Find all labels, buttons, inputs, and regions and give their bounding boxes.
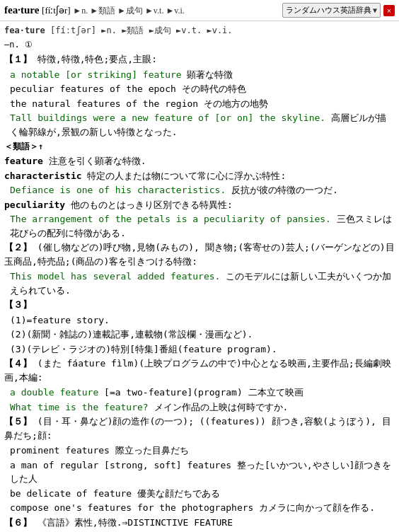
- entry-header-line: fea·ture [fíːtʃər] ►n. ►類語 ►成句 ►v.t. ►v.…: [4, 24, 395, 37]
- def-2: 【２】 (催し物などの)呼び物,見物(みもの), 聞き物;(客寄せの)芸人;(バ…: [4, 241, 395, 268]
- example-1d: Tall buildings were a new feature of [or…: [10, 111, 395, 139]
- def-5: 【５】 (目・耳・鼻など)顔の造作(の一つ); ((features)) 顔つき…: [4, 415, 395, 442]
- example-5d: compose one's features for the photograp…: [10, 501, 395, 515]
- dict-selector[interactable]: ランダムハウス英語辞典 ▼: [282, 3, 381, 18]
- example-5c: be delicate of feature 優美な顔だちである: [10, 487, 395, 501]
- def-4: 【４】 (また fáature fìlm)(上映プログラムの中で)中心となる映画…: [4, 357, 395, 384]
- entry-headword[interactable]: fea·ture: [4, 25, 45, 35]
- example-1b: peculiar features of the epoch その時代の特色: [10, 82, 395, 96]
- ruigo-feature: feature 注意を引く顕著な特徴.: [4, 154, 395, 168]
- ruigo-characteristic-ex: Defiance is one of his characteristics. …: [10, 183, 395, 197]
- dict-label: ランダムハウス英語辞典: [286, 5, 371, 16]
- example-1c: the natural features of the region その地方の…: [10, 97, 395, 111]
- ruigo-peculiarity-ex: The arrangement of the petals is a pecul…: [10, 212, 395, 240]
- chevron-down-icon: ▼: [373, 6, 377, 14]
- def-3: 【３】: [4, 298, 395, 312]
- def-3-3: (3)(テレビ・ラジオの)特別[特集]番組(feature program).: [10, 342, 395, 357]
- content-area: fea·ture [fíːtʃər] ►n. ►類語 ►成句 ►v.t. ►v.…: [0, 21, 399, 532]
- pos-n-line: —n. ①: [4, 38, 395, 51]
- example-4b: What time is the feature? メイン作品の上映は何時ですか…: [10, 400, 395, 415]
- header-bar: fea·ture [fíːtʃər] ►n. ►類語 ►成句 ►v.t. ►v.…: [0, 0, 399, 21]
- def-num-1: 【１】: [4, 54, 32, 64]
- def-6: 【６】 《言語》素性,特徴.⇒DISTINCTIVE FEATURE: [4, 516, 395, 530]
- phonetic: [fíːtʃər]: [42, 5, 71, 16]
- ruigo-heading[interactable]: ＜類語＞↑: [4, 140, 395, 153]
- entry-pos-links[interactable]: ►n. ►類語 ►成句 ►v.t. ►v.i.: [101, 25, 232, 35]
- ruigo-characteristic: characteristic 特定の人または物について常に心に浮かぶ特性:: [4, 169, 395, 183]
- def-3-1: (1)=feature story.: [10, 313, 395, 328]
- def-1: 【１】 特徴,特徴,特色;要点,主眼:: [4, 52, 395, 66]
- example-2: This model has several added features. こ…: [10, 270, 395, 297]
- ruigo-peculiarity: peculiarity 他のものとはっきり区別できる特異性:: [4, 198, 395, 212]
- toolbar: ランダムハウス英語辞典 ▼ ×: [282, 3, 395, 18]
- header-title: fea·ture [fíːtʃər] ►n. ►類語 ►成句 ►v.t. ►v.…: [4, 4, 185, 17]
- example-5a: prominent features 際立った目鼻だち: [10, 444, 395, 458]
- close-button[interactable]: ×: [383, 5, 395, 16]
- def-3-2: (2)(新聞・雑誌の)連載記事,連載物(常設欄・漫画など).: [10, 328, 395, 342]
- example-5b: a man of regular [strong, soft] features…: [10, 458, 395, 486]
- headword: fea·ture: [4, 4, 39, 16]
- def-text-1: 特徴,特徴,特色;要点,主眼:: [37, 54, 157, 64]
- example-1a: a notable [or striking] feature 顕著な特徴: [10, 68, 395, 82]
- pos-nav[interactable]: ►n. ►類語 ►成句 ►v.t. ►v.i.: [73, 6, 185, 16]
- example-4a: a double feature [=a two-feature](progra…: [10, 386, 395, 400]
- entry-phonetic: [fíːtʃər]: [50, 25, 101, 35]
